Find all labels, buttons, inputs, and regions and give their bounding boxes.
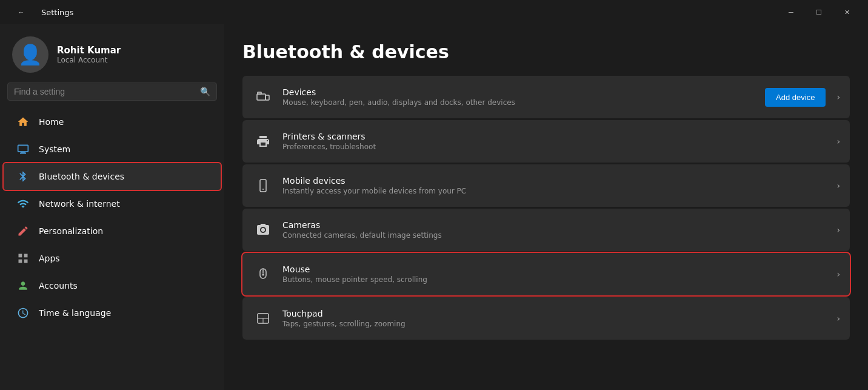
chevron-icon: › xyxy=(836,269,840,279)
sidebar-item-system[interactable]: System xyxy=(4,136,221,163)
printers-icon xyxy=(252,130,274,152)
mobile-description: Instantly access your mobile devices fro… xyxy=(282,187,832,195)
main-layout: 👤 Rohit Kumar Local Account 🔍 Home Syste… xyxy=(0,24,868,390)
back-icon: ← xyxy=(18,8,25,16)
setting-row-mouse[interactable]: Mouse Buttons, mouse pointer speed, scro… xyxy=(242,253,850,295)
sidebar: 👤 Rohit Kumar Local Account 🔍 Home Syste… xyxy=(0,24,224,390)
sidebar-item-label-apps: Apps xyxy=(39,254,60,263)
chevron-icon: › xyxy=(836,225,840,235)
printers-title: Printers & scanners xyxy=(282,132,832,141)
svg-rect-6 xyxy=(24,260,28,263)
avatar: 👤 xyxy=(12,36,48,73)
maximize-button[interactable]: ☐ xyxy=(805,2,833,22)
settings-list: Devices Mouse, keyboard, pen, audio, dis… xyxy=(242,76,850,340)
user-name: Rohit Kumar xyxy=(57,45,121,56)
sidebar-item-apps[interactable]: Apps xyxy=(4,245,221,272)
mouse-text: Mouse Buttons, mouse pointer speed, scro… xyxy=(282,264,832,284)
search-icon: 🔍 xyxy=(200,87,210,96)
titlebar-controls: ─ ☐ ✕ xyxy=(777,2,861,22)
touchpad-description: Taps, gestures, scrolling, zooming xyxy=(282,320,832,328)
bluetooth-icon xyxy=(16,169,30,184)
search-input[interactable] xyxy=(14,87,195,96)
devices-description: Mouse, keyboard, pen, audio, displays an… xyxy=(282,98,765,107)
setting-row-cameras[interactable]: Cameras Connected cameras, default image… xyxy=(242,209,850,251)
devices-icon xyxy=(252,86,274,108)
svg-rect-4 xyxy=(24,254,28,258)
sidebar-item-label-accounts: Accounts xyxy=(39,281,78,291)
personalization-icon xyxy=(16,224,30,238)
sidebar-item-label-home: Home xyxy=(39,117,64,127)
add-device-action: Add device xyxy=(765,88,826,107)
mouse-description: Buttons, mouse pointer speed, scrolling xyxy=(282,275,832,284)
back-button[interactable]: ← xyxy=(7,2,35,22)
time-icon xyxy=(16,306,30,320)
minimize-button[interactable]: ─ xyxy=(777,2,805,22)
setting-row-mobile[interactable]: Mobile devices Instantly access your mob… xyxy=(242,164,850,207)
chevron-icon: › xyxy=(836,314,840,323)
user-profile[interactable]: 👤 Rohit Kumar Local Account xyxy=(0,24,224,82)
nav-list: Home System Bluetooth & devices Network … xyxy=(0,108,224,327)
svg-rect-8 xyxy=(258,92,261,94)
titlebar: ← Settings ─ ☐ ✕ xyxy=(0,0,868,24)
chevron-icon: › xyxy=(836,136,840,146)
page-title: Bluetooth & devices xyxy=(242,41,850,62)
sidebar-item-label-personalization: Personalization xyxy=(39,226,103,236)
accounts-icon xyxy=(16,278,30,293)
setting-row-printers[interactable]: Printers & scanners Preferences, trouble… xyxy=(242,120,850,163)
minimize-icon: ─ xyxy=(789,8,793,16)
titlebar-left: ← Settings xyxy=(7,2,73,22)
sidebar-item-label-system: System xyxy=(39,144,70,154)
home-icon xyxy=(16,115,30,129)
mouse-title: Mouse xyxy=(282,264,832,274)
cameras-text: Cameras Connected cameras, default image… xyxy=(282,220,832,240)
svg-rect-1 xyxy=(21,152,25,153)
apps-icon xyxy=(16,251,30,266)
sidebar-item-label-bluetooth: Bluetooth & devices xyxy=(39,172,124,181)
add-device-button[interactable]: Add device xyxy=(765,88,826,107)
svg-rect-5 xyxy=(19,260,22,263)
svg-rect-9 xyxy=(265,95,269,100)
printers-text: Printers & scanners Preferences, trouble… xyxy=(282,132,832,151)
svg-rect-3 xyxy=(19,254,22,258)
touchpad-title: Touchpad xyxy=(282,309,832,318)
system-icon xyxy=(16,142,30,156)
mouse-icon xyxy=(252,263,274,285)
mobile-text: Mobile devices Instantly access your mob… xyxy=(282,176,832,195)
search-box[interactable]: 🔍 xyxy=(7,82,217,101)
touchpad-text: Touchpad Taps, gestures, scrolling, zoom… xyxy=(282,309,832,328)
avatar-icon: 👤 xyxy=(18,43,42,66)
sidebar-item-home[interactable]: Home xyxy=(4,109,221,135)
printers-description: Preferences, troubleshoot xyxy=(282,143,832,151)
user-account-type: Local Account xyxy=(57,56,121,64)
chevron-icon: › xyxy=(836,181,840,190)
sidebar-item-time[interactable]: Time & language xyxy=(4,300,221,326)
user-info: Rohit Kumar Local Account xyxy=(57,45,121,64)
network-icon xyxy=(16,197,30,211)
devices-title: Devices xyxy=(282,87,765,97)
mobile-icon xyxy=(252,175,274,197)
cameras-icon xyxy=(252,219,274,241)
touchpad-icon xyxy=(252,308,274,329)
svg-rect-2 xyxy=(20,153,26,154)
cameras-description: Connected cameras, default image setting… xyxy=(282,231,832,240)
close-icon: ✕ xyxy=(844,8,850,16)
svg-rect-0 xyxy=(18,145,28,152)
sidebar-item-bluetooth[interactable]: Bluetooth & devices xyxy=(4,163,221,190)
sidebar-item-network[interactable]: Network & internet xyxy=(4,190,221,217)
maximize-icon: ☐ xyxy=(816,8,822,16)
sidebar-item-label-time: Time & language xyxy=(39,308,111,318)
cameras-title: Cameras xyxy=(282,220,832,230)
devices-text: Devices Mouse, keyboard, pen, audio, dis… xyxy=(282,87,765,107)
svg-point-14 xyxy=(262,274,264,276)
sidebar-item-personalization[interactable]: Personalization xyxy=(4,218,221,244)
chevron-icon: › xyxy=(836,92,840,102)
search-container: 🔍 xyxy=(0,82,224,108)
titlebar-title: Settings xyxy=(41,8,73,17)
setting-row-touchpad[interactable]: Touchpad Taps, gestures, scrolling, zoom… xyxy=(242,297,850,340)
close-button[interactable]: ✕ xyxy=(833,2,861,22)
svg-rect-7 xyxy=(257,94,265,100)
sidebar-item-accounts[interactable]: Accounts xyxy=(4,272,221,299)
sidebar-item-label-network: Network & internet xyxy=(39,199,120,209)
setting-row-devices[interactable]: Devices Mouse, keyboard, pen, audio, dis… xyxy=(242,76,850,118)
mobile-title: Mobile devices xyxy=(282,176,832,186)
